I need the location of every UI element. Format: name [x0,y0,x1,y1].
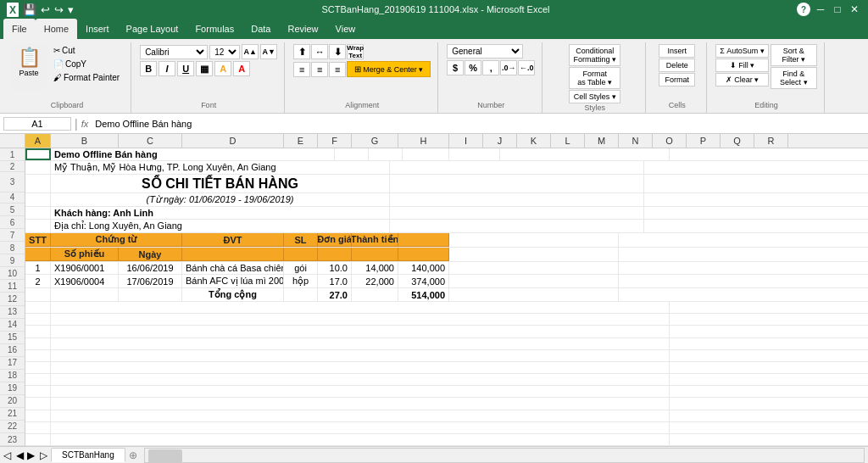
cell-b2[interactable]: Mỹ Thuận, Mỹ Hòa Hưng, TP. Long Xuyên, A… [51,161,390,174]
decrease-decimal-button[interactable]: ←.0 [518,60,535,75]
cell-f9[interactable]: 10.0 [318,262,352,274]
cell-d9[interactable]: Bánh chà cá Basa chiên giòn 50gr [182,262,284,274]
col-header-e[interactable]: E [284,134,318,148]
cell-a13[interactable] [25,314,51,325]
excel-logo[interactable]: X [7,3,19,17]
cell-a6[interactable] [25,220,51,232]
row-num-21[interactable]: 21 [0,408,25,421]
cell-a18[interactable] [25,374,51,385]
tab-page-layout[interactable]: Page Layout [118,19,187,39]
cell-a14[interactable] [25,326,51,337]
decrease-font-button[interactable]: A▼ [260,44,277,59]
col-header-q[interactable]: Q [721,134,754,148]
insert-cell-button[interactable]: Insert [659,44,695,58]
cell-b1[interactable]: Demo Offline Bán hàng [51,148,335,160]
paste-button[interactable]: 📋 Paste [10,44,47,90]
row-num-23[interactable]: 23 [0,433,25,446]
cell-e11[interactable] [284,288,318,301]
cell-a2[interactable] [25,161,51,174]
cell-rest16[interactable] [51,350,670,361]
row-num-8[interactable]: 8 [0,242,25,254]
cell-a22[interactable] [25,422,51,433]
cell-rest8[interactable] [449,248,619,261]
row-num-12[interactable]: 12 [0,293,25,305]
cell-b3[interactable]: SỐ CHI TIẾT BÁN HÀNG [51,175,390,192]
tab-formulas[interactable]: Formulas [186,19,242,39]
sheet-tab-sctbanhang[interactable]: SCTBanHang [51,448,125,462]
add-sheet-button[interactable]: ◁ [0,449,14,461]
tab-view[interactable]: View [327,19,364,39]
fill-color-button[interactable]: A [214,61,231,76]
align-center-button[interactable]: ≡ [311,62,328,77]
add-sheet-tab-button[interactable]: ⊕ [125,449,141,461]
minimize-button[interactable]: ─ [814,3,827,16]
cell-f10[interactable]: 17.0 [318,275,352,287]
cell-h9[interactable]: 140,000 [398,262,449,274]
comma-button[interactable]: , [482,60,499,75]
save-button[interactable]: 💾 [22,3,37,17]
align-middle-button[interactable]: ↔ [311,44,328,59]
cell-b6[interactable]: Địa chỉ: Long Xuyên, An Giang [51,220,390,232]
row-num-22[interactable]: 22 [0,421,25,433]
copy-button[interactable]: 📄CopY [49,58,124,70]
cell-a12[interactable] [25,302,51,313]
cell-d8[interactable] [182,248,284,261]
row-num-5[interactable]: 5 [0,204,25,216]
col-header-h[interactable]: H [398,134,449,148]
cell-c9[interactable]: 16/06/2019 [119,262,182,274]
cell-rest18[interactable] [51,374,670,385]
cell-c8[interactable]: Ngày [119,248,182,261]
font-color-button[interactable]: A [233,61,250,76]
tab-home[interactable]: Home [36,19,77,39]
redo-button[interactable]: ↪ [53,3,64,17]
col-header-b[interactable]: B [51,134,119,148]
horizontal-scrollbar[interactable] [144,448,865,463]
tab-review[interactable]: Review [279,19,326,39]
cell-rest17[interactable] [51,362,670,373]
row-num-19[interactable]: 19 [0,382,25,395]
cell-styles-button[interactable]: Cell Styles ▾ [569,90,620,103]
row-num-9[interactable]: 9 [0,254,25,267]
cell-rest9[interactable] [449,262,619,274]
row-num-11[interactable]: 11 [0,280,25,293]
row-num-16[interactable]: 16 [0,344,25,357]
col-header-r[interactable]: R [754,134,788,148]
maximize-button[interactable]: □ [831,3,844,16]
cell-a9[interactable]: 1 [25,262,51,274]
cell-f1[interactable] [369,148,403,160]
italic-button[interactable]: I [159,61,175,76]
col-header-n[interactable]: N [619,134,653,148]
merge-center-button[interactable]: ⊞Merge & Center ▾ [347,61,431,77]
tab-file[interactable]: File [3,19,36,39]
wrap-text-button[interactable]: Wrap Text [347,44,364,59]
row-num-7[interactable]: 7 [0,229,25,242]
cell-rest11[interactable] [449,288,619,301]
cell-a4[interactable] [25,193,51,206]
clear-button[interactable]: ✗ Clear ▾ [715,73,769,86]
cell-a20[interactable] [25,398,51,409]
cell-c11[interactable] [119,288,182,301]
cell-rest14[interactable] [51,326,670,337]
bold-button[interactable]: B [140,61,157,76]
row-num-3[interactable]: 3 [0,172,25,192]
fill-button[interactable]: ⬇ Fill ▾ [715,59,769,72]
row-num-20[interactable]: 20 [0,395,25,408]
cell-h8[interactable] [398,248,449,261]
cell-g8[interactable] [352,248,398,261]
col-header-j[interactable]: J [483,134,517,148]
increase-decimal-button[interactable]: .0→ [500,60,517,75]
row-num-4[interactable]: 4 [0,192,25,204]
underline-button[interactable]: U [177,61,194,76]
col-header-a[interactable]: A [25,134,51,148]
cell-reference-box[interactable] [3,117,71,131]
conditional-formatting-button[interactable]: ConditionalFormatting ▾ [569,44,620,66]
cell-rest1[interactable] [500,148,670,160]
col-header-g[interactable]: G [352,134,398,148]
cell-rest6[interactable] [390,220,644,232]
cell-b9[interactable]: X1906/0001 [51,262,119,274]
cell-rest5[interactable] [390,207,644,219]
cell-rest10[interactable] [449,275,619,287]
cell-rest19[interactable] [51,386,670,397]
col-header-p[interactable]: P [687,134,721,148]
cell-a19[interactable] [25,386,51,397]
